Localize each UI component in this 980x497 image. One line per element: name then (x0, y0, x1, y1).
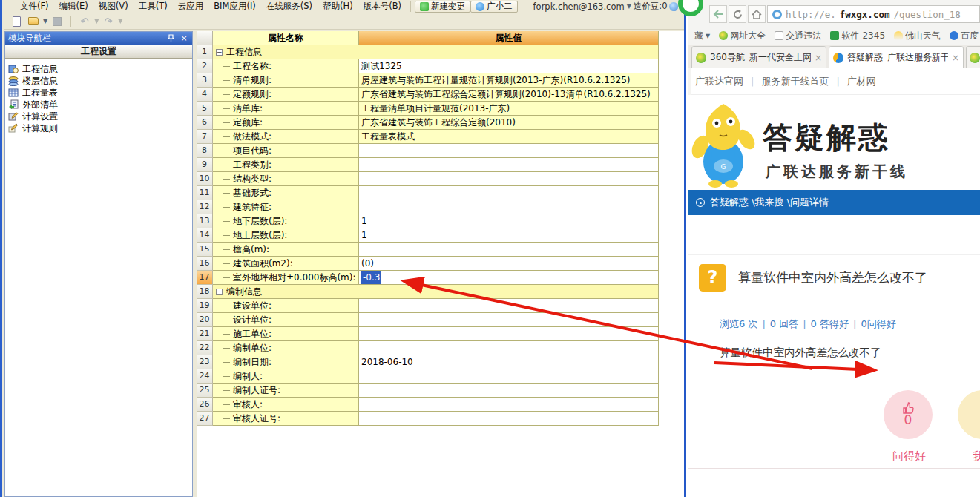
row-number[interactable]: 19 (197, 299, 213, 313)
tab-close-icon[interactable]: × (815, 53, 822, 63)
property-value-cell[interactable]: 广东省建筑与装饰工程综合定额(2010) (359, 116, 659, 130)
browser-tab-partial[interactable] (966, 46, 980, 68)
row-number[interactable]: 17 (197, 271, 213, 285)
menu-item-BIM应用(I)[interactable]: BIM应用(I) (208, 1, 261, 12)
row-number[interactable]: 25 (197, 384, 213, 398)
save-button[interactable] (50, 15, 65, 28)
property-value-cell[interactable] (359, 186, 659, 200)
tab-close-icon[interactable]: × (952, 53, 959, 63)
sidebar-item-floor-info[interactable]: 楼层信息 (8, 75, 192, 87)
home-button[interactable] (748, 5, 766, 23)
row-number[interactable]: 3 (197, 73, 213, 88)
property-value-cell[interactable] (359, 172, 659, 186)
address-bar[interactable]: http://e.fwxgx.com/question_18 (767, 5, 980, 23)
menu-item-编辑(E)[interactable]: 编辑(E) (54, 1, 93, 12)
row-number[interactable]: 18 (197, 285, 213, 299)
row-number[interactable]: 2 (197, 59, 213, 73)
site-link-服务新干线首页[interactable]: 服务新干线首页 (761, 75, 829, 88)
property-value-cell[interactable]: 2018-06-10 (359, 355, 659, 369)
property-value-cell[interactable] (359, 327, 659, 341)
sidebar-item-project-info[interactable]: 工程信息 (8, 63, 192, 75)
row-number[interactable]: 24 (197, 369, 213, 384)
favorites-menu[interactable]: 藏 ▼ (694, 30, 710, 42)
property-value-cell[interactable] (359, 341, 659, 355)
row-number[interactable]: 14 (197, 228, 213, 243)
property-value-cell[interactable] (359, 144, 659, 158)
property-value-cell[interactable] (359, 384, 659, 398)
property-value-cell[interactable]: -0.3 (359, 271, 659, 285)
menu-item-工具(T)[interactable]: 工具(T) (134, 1, 173, 12)
bookmark-佛山天气[interactable]: 佛山天气 (894, 30, 941, 42)
account-menu[interactable]: forpk.chen@163.com ▼ 造价豆:0 (533, 1, 679, 12)
browser-tab-2[interactable]: 答疑解惑_广联达服务新干× (829, 46, 964, 68)
property-value-cell[interactable] (359, 200, 659, 214)
row-number[interactable]: 1 (197, 45, 213, 59)
property-value-cell[interactable]: 工程量清单项目计量规范(2013-广东) (359, 102, 659, 116)
group-row-18[interactable]: −编制信息 (213, 285, 659, 299)
undo-button[interactable]: ↶ (77, 15, 92, 28)
browser-tab-1[interactable]: 360导航_新一代安全上网× (691, 46, 826, 68)
refresh-button[interactable] (729, 5, 746, 23)
good-question-vote-button[interactable]: 0 (884, 390, 933, 439)
row-number[interactable]: 5 (197, 102, 213, 116)
open-file-button[interactable] (26, 15, 41, 28)
row-number[interactable]: 27 (197, 412, 213, 426)
collapse-toggle-icon[interactable]: − (216, 289, 223, 295)
sidebar-item-calc-settings[interactable]: 计算设置 (8, 111, 192, 122)
redo-dropdown-icon[interactable]: ▼ (118, 18, 122, 24)
property-value-cell[interactable]: 房屋建筑与装饰工程计量规范计算规则(2013-广东)(R10.6.2.1325) (359, 73, 659, 88)
property-value-cell[interactable]: 1 (359, 214, 659, 228)
property-value-cell[interactable] (359, 313, 659, 327)
row-number[interactable]: 13 (197, 214, 213, 228)
collapse-toggle-icon[interactable]: − (216, 49, 223, 56)
menu-item-文件(F)[interactable]: 文件(F) (15, 1, 54, 12)
property-value-cell[interactable]: (0) (359, 257, 659, 271)
row-number[interactable]: 4 (197, 88, 213, 102)
back-button[interactable] (709, 5, 727, 23)
property-value-cell[interactable]: 测试1325 (359, 59, 659, 73)
site-link-广材网[interactable]: 广材网 (847, 75, 876, 88)
row-number[interactable]: 11 (197, 186, 213, 200)
row-number[interactable]: 12 (197, 200, 213, 214)
bookmark-软件-2345[interactable]: 软件-2345 (830, 30, 885, 42)
row-number[interactable]: 9 (197, 158, 213, 172)
col-header-property-name[interactable]: 属性名称 (213, 31, 359, 45)
open-dropdown-icon[interactable]: ▼ (43, 18, 47, 24)
breadcrumb[interactable]: 答疑解惑 \我来搜 \问题详情 (710, 196, 829, 209)
answer-vote-button[interactable] (958, 390, 980, 439)
bookmark-网址大全[interactable]: 网址大全 (719, 30, 766, 42)
assistant-button[interactable]: 广小二 (470, 1, 518, 13)
project-settings-header[interactable]: 工程设置 (5, 45, 192, 59)
row-number[interactable]: 16 (197, 257, 213, 271)
row-number[interactable]: 8 (197, 144, 213, 158)
property-value-cell[interactable] (359, 299, 659, 313)
menu-item-在线服务(S)[interactable]: 在线服务(S) (261, 1, 318, 12)
row-number[interactable]: 21 (197, 327, 213, 341)
sidebar-item-calc-rules[interactable]: 计算规则 (8, 122, 192, 134)
menu-item-云应用[interactable]: 云应用 (173, 1, 209, 12)
property-value-cell[interactable]: 广东省建筑与装饰工程综合定额计算规则(2010)-13清单(R10.6.2.13… (359, 88, 659, 102)
row-number[interactable]: 15 (197, 243, 213, 257)
row-number[interactable]: 23 (197, 355, 213, 369)
new-change-button[interactable]: 新建变更 (415, 1, 470, 13)
row-number[interactable]: 6 (197, 116, 213, 130)
row-number[interactable]: 20 (197, 313, 213, 327)
pin-icon[interactable] (165, 33, 176, 43)
property-value-cell[interactable] (359, 243, 659, 257)
property-value-cell[interactable] (359, 158, 659, 172)
menu-item-帮助(H)[interactable]: 帮助(H) (318, 1, 358, 12)
bookmark-百度[interactable]: 百度 (950, 30, 979, 42)
property-value-cell[interactable] (359, 398, 659, 412)
property-value-cell[interactable]: 1 (359, 228, 659, 243)
group-row-1[interactable]: −工程信息 (213, 45, 659, 59)
menu-item-版本号(B)[interactable]: 版本号(B) (358, 1, 407, 12)
menu-item-视图(V)[interactable]: 视图(V) (93, 1, 134, 12)
col-header-property-value[interactable]: 属性值 (359, 31, 659, 45)
row-number[interactable]: 10 (197, 172, 213, 186)
property-value-cell[interactable] (359, 369, 659, 384)
redo-button[interactable]: ↷ (101, 15, 116, 28)
row-number[interactable]: 7 (197, 130, 213, 144)
row-number[interactable]: 22 (197, 341, 213, 355)
close-icon[interactable]: × (179, 33, 189, 43)
site-link-广联达官网[interactable]: 广联达官网 (695, 75, 743, 88)
